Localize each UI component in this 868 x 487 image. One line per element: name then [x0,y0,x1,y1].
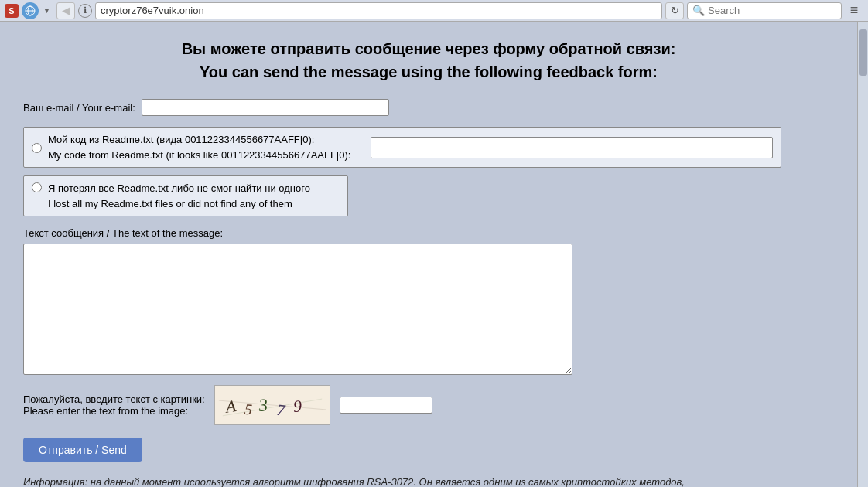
email-label: Ваш e-mail / Your e-mail: [23,102,135,114]
send-button[interactable]: Отправить / Send [23,438,142,462]
browser-toolbar: S ▼ ◀ ℹ ↻ 🔍 ≡ [0,0,868,22]
captcha-labels: Пожалуйста, введите текст с картинки: Pl… [23,393,205,417]
captcha-label-ru: Пожалуйста, введите текст с картинки: [23,393,205,405]
radio-code-label: Мой код из Readme.txt (вида 001122334455… [48,132,350,162]
search-bar: 🔍 [687,2,842,19]
message-section: Текст сообщения / The text of the messag… [23,227,834,377]
message-label: Текст сообщения / The text of the messag… [23,227,834,239]
email-input[interactable] [142,99,389,116]
radio-lost-input[interactable] [32,182,42,192]
radio-code-input[interactable] [32,143,42,153]
scrollbar-thumb[interactable] [859,29,867,76]
svg-text:3: 3 [257,395,268,415]
url-bar[interactable] [95,2,662,19]
radio-option-lost: Я потерял все Readme.txt либо не смог на… [23,175,348,216]
radio-lost-label: Я потерял все Readme.txt либо не смог на… [48,181,310,211]
captcha-image: A 5 3 7 9 [214,385,330,425]
captcha-text-input[interactable] [340,397,432,414]
globe-icon[interactable] [22,2,39,19]
heading-ru: Вы можете отправить сообщение через форм… [182,40,676,57]
page-heading: Вы можете отправить сообщение через форм… [23,37,834,83]
info-button[interactable]: ℹ [78,4,92,18]
back-button[interactable]: ◀ [56,2,75,19]
main-content: Вы можете отправить сообщение через форм… [0,22,857,487]
search-input[interactable] [708,5,832,16]
scrollbar[interactable] [857,22,868,487]
captcha-row: Пожалуйста, введите текст с картинки: Pl… [23,385,834,425]
browser-logo-icon: S [5,4,19,18]
heading-en: You can send the message using the follo… [200,63,658,80]
radio-option-code: Мой код из Readme.txt (вида 001122334455… [23,127,781,168]
code-text-input[interactable] [371,137,773,158]
email-row: Ваш e-mail / Your e-mail: [23,99,834,116]
captcha-label-en: Please enter the text from the image: [23,405,205,417]
search-icon: 🔍 [692,5,705,16]
globe-dropdown-icon[interactable]: ▼ [43,7,50,15]
svg-text:9: 9 [292,397,302,416]
reload-button[interactable]: ↻ [665,2,684,19]
info-text: Информация: на данный момент используетс… [23,475,834,487]
message-textarea[interactable] [23,244,572,375]
menu-button[interactable]: ≡ [845,2,863,19]
